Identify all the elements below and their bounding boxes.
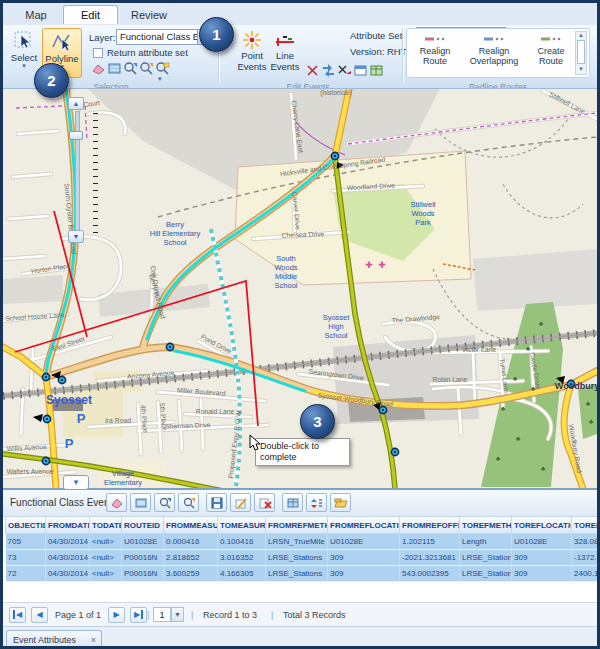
zoom-in-button[interactable]: ▲ bbox=[68, 97, 84, 110]
create-route-button[interactable]: Create Route bbox=[528, 31, 574, 75]
ribbon: Select ▾ Polyline ▾ Layer: Functional Cl… bbox=[3, 25, 597, 89]
zoom-out-button[interactable]: ▼ bbox=[68, 230, 84, 243]
map-canvas[interactable]: ♣♣♣ ♣♣♣ ♣♣♣♣ ✚ ✚ P P Fort Court Cherry L… bbox=[3, 88, 597, 489]
svg-text:School: School bbox=[164, 238, 187, 247]
svg-text:♣: ♣ bbox=[516, 435, 521, 442]
pan-to-selection-icon[interactable] bbox=[139, 61, 154, 76]
tab-edit[interactable]: Edit bbox=[63, 5, 118, 24]
return-attribute-set-checkbox[interactable] bbox=[93, 48, 103, 58]
parking-icon: P bbox=[77, 411, 86, 426]
create-route-icon bbox=[540, 35, 562, 43]
prev-page-button[interactable]: ◀ bbox=[31, 607, 48, 623]
zoom-slider-handle[interactable] bbox=[69, 131, 83, 140]
svg-text:Ira Road: Ira Road bbox=[105, 417, 131, 424]
svg-text:Elementary: Elementary bbox=[104, 478, 142, 487]
callout-1: 1 bbox=[199, 17, 234, 52]
map-zoom-slider[interactable]: ▲ ▼ bbox=[66, 97, 100, 247]
select-caret[interactable]: ▾ bbox=[7, 63, 41, 68]
hospital-icon: ✚ bbox=[365, 260, 373, 270]
svg-text:(historical): (historical) bbox=[320, 89, 351, 97]
retire-event-icon[interactable] bbox=[337, 63, 352, 78]
attribute-table-icon[interactable] bbox=[282, 493, 303, 512]
page-number-input[interactable]: 1 bbox=[153, 607, 171, 622]
svg-text:Hill Elementary: Hill Elementary bbox=[150, 229, 201, 238]
selection-options-icon[interactable] bbox=[155, 61, 170, 76]
realign-route-button[interactable]: Realign Route bbox=[410, 31, 460, 75]
parking-icon: P bbox=[65, 436, 74, 451]
selection-list-icon[interactable] bbox=[107, 61, 122, 76]
bottom-tab-strip: Event Attributes × bbox=[3, 626, 597, 649]
zoom-to-selection-icon[interactable] bbox=[123, 61, 138, 76]
line-events-icon bbox=[275, 30, 295, 50]
pager-separator: | bbox=[191, 610, 193, 620]
svg-text:Stillwell: Stillwell bbox=[410, 200, 435, 209]
app-window: Map Edit Review Select ▾ Polyline ▾ Laye… bbox=[0, 0, 600, 649]
point-events-icon bbox=[242, 30, 262, 50]
tab-event-attributes[interactable]: Event Attributes × bbox=[6, 630, 102, 649]
svg-text:Ronald Lane: Ronald Lane bbox=[196, 408, 235, 415]
svg-text:♣: ♣ bbox=[501, 405, 506, 412]
last-page-button[interactable]: ▶ bbox=[130, 607, 147, 623]
line-events-label: Line Events bbox=[270, 50, 299, 72]
tab-event-attributes-label: Event Attributes bbox=[13, 635, 76, 645]
pager-bar: ◀ ◀ Page 1 of 1 ▶ ▶ | 1 ▼ | Record 1 to … bbox=[3, 602, 597, 627]
svg-text:♣: ♣ bbox=[586, 400, 591, 407]
split-event-icon[interactable] bbox=[305, 63, 320, 78]
next-page-button[interactable]: ▶ bbox=[108, 607, 125, 623]
panel-title: Functional Class Event bbox=[10, 497, 112, 508]
show-selected-icon[interactable] bbox=[130, 493, 151, 512]
svg-text:Woods: Woods bbox=[274, 263, 297, 272]
page-indicator: Page 1 of 1 bbox=[55, 610, 101, 620]
svg-text:♣: ♣ bbox=[539, 320, 544, 327]
svg-text:Middle: Middle bbox=[275, 272, 297, 281]
redline-scrollbar[interactable]: ▲▼ bbox=[575, 31, 587, 75]
svg-text:♣: ♣ bbox=[526, 345, 531, 352]
point-events-button[interactable]: Point Events bbox=[236, 28, 268, 78]
svg-text:♣: ♣ bbox=[541, 465, 546, 472]
realign-overlapping-button[interactable]: Realign Overlapping bbox=[462, 31, 526, 75]
polyline-icon bbox=[51, 31, 73, 53]
svg-text:Woods: Woods bbox=[411, 209, 434, 218]
table-row[interactable]: 70504/30/2014<null> U01028E0.0004160.100… bbox=[6, 534, 600, 550]
event-attributes-panel: Functional Class Event OBJECTIDFROMDATET… bbox=[3, 488, 597, 649]
edit-icon[interactable] bbox=[230, 493, 251, 512]
first-page-button[interactable]: ◀ bbox=[9, 607, 26, 623]
sort-icon[interactable] bbox=[306, 493, 327, 512]
line-events-button[interactable]: Line Events bbox=[269, 28, 301, 78]
event-window-icon[interactable] bbox=[353, 63, 368, 78]
event-table-icon[interactable] bbox=[369, 63, 384, 78]
clear-selection-icon[interactable] bbox=[91, 61, 106, 76]
zoom-to-record-icon[interactable] bbox=[154, 493, 175, 512]
svg-text:Walters Avenue: Walters Avenue bbox=[6, 468, 53, 475]
layer-combo[interactable]: Functional Class Event bbox=[116, 29, 198, 45]
realign-overlapping-label: Realign Overlapping bbox=[470, 46, 519, 66]
delete-icon[interactable] bbox=[254, 493, 275, 512]
table-header-row[interactable]: OBJECTIDFROMDATETODATE ROUTEIDFROMMEASUR… bbox=[6, 517, 600, 534]
map-collapse-button[interactable]: ▼ bbox=[63, 475, 89, 489]
page-number-dropdown[interactable]: ▼ bbox=[171, 607, 184, 622]
tab-review[interactable]: Review bbox=[120, 5, 178, 24]
svg-text:Victor Lane: Victor Lane bbox=[462, 346, 496, 353]
svg-text:Village: Village bbox=[112, 469, 134, 478]
select-record-icon[interactable] bbox=[106, 493, 127, 512]
town-label-woodbury: Woodbury bbox=[555, 381, 597, 391]
open-folder-icon[interactable] bbox=[330, 493, 351, 512]
close-tab-icon[interactable]: × bbox=[91, 631, 96, 649]
merge-events-icon[interactable] bbox=[321, 63, 336, 78]
pan-to-record-icon[interactable] bbox=[178, 493, 199, 512]
event-records-table: OBJECTIDFROMDATETODATE ROUTEIDFROMMEASUR… bbox=[5, 517, 600, 582]
realign-route-label: Realign Route bbox=[420, 46, 451, 66]
table-row[interactable]: 7204/30/2014<null> P00016N3.6002594.1663… bbox=[6, 566, 600, 582]
zoom-slider-ticks bbox=[93, 113, 98, 239]
table-row[interactable]: 7304/30/2014<null> P00016N2.8186523.0163… bbox=[6, 550, 600, 566]
tab-map[interactable]: Map bbox=[11, 5, 61, 24]
svg-text:Syosset: Syosset bbox=[323, 313, 351, 322]
town-label-syosset: Syosset bbox=[46, 393, 92, 407]
svg-text:♣: ♣ bbox=[496, 455, 501, 462]
hospital-icon: ✚ bbox=[378, 260, 386, 270]
svg-text:School: School bbox=[275, 281, 298, 290]
ribbon-tab-bar: Map Edit Review bbox=[3, 3, 597, 26]
mouse-cursor-icon bbox=[249, 434, 263, 452]
zoom-slider-track[interactable] bbox=[75, 111, 80, 231]
save-icon[interactable] bbox=[206, 493, 227, 512]
